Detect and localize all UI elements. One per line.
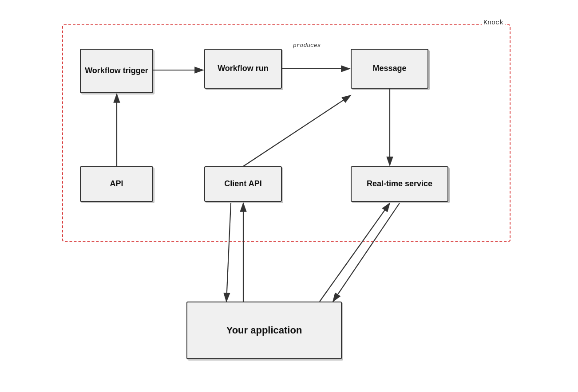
diagram-container: Knock Workflow trigger Workflow run Mess… (0, 0, 578, 392)
box-workflow-run: Workflow run (204, 49, 282, 89)
box-client-api: Client API (204, 166, 282, 202)
box-message: Message (351, 49, 428, 89)
knock-label: Knock (482, 19, 505, 27)
produces-label: produces (293, 42, 321, 49)
box-workflow-trigger: Workflow trigger (80, 49, 153, 93)
box-api: API (80, 166, 153, 202)
box-realtime: Real-time service (351, 166, 448, 202)
box-your-app: Your application (186, 302, 342, 359)
